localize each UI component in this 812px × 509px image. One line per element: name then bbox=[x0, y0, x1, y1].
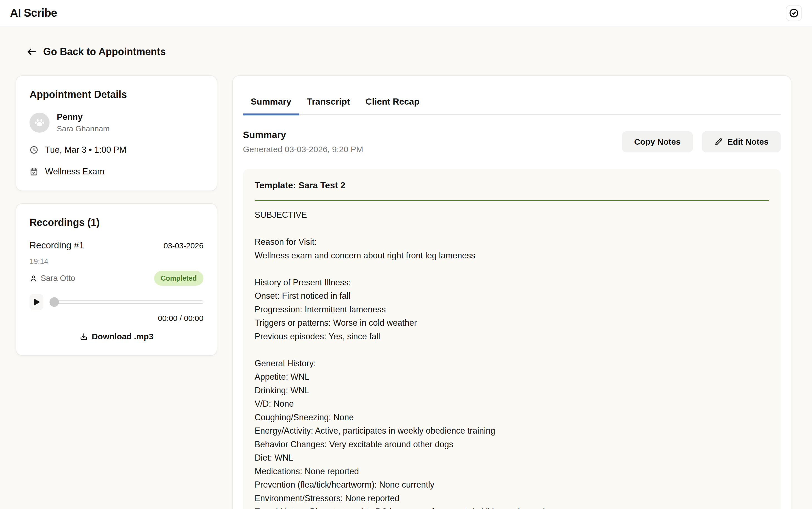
note-template-box: Template: Sara Test 2 SUBJECTIVE Reason … bbox=[243, 169, 781, 509]
paw-icon bbox=[34, 117, 45, 128]
player-time: 00:00 / 00:00 bbox=[30, 314, 203, 323]
green-divider bbox=[255, 200, 769, 201]
back-to-appointments-link[interactable]: Go Back to Appointments bbox=[26, 46, 166, 58]
recorded-by: Sara Otto bbox=[30, 274, 75, 283]
summary-header: Summary Generated 03-03-2026, 9:20 PM Co… bbox=[243, 129, 781, 154]
clock-icon bbox=[30, 145, 38, 155]
copy-notes-label: Copy Notes bbox=[634, 137, 681, 146]
recordings-card: Recordings (1) Recording #1 03-03-2026 1… bbox=[15, 203, 217, 356]
edit-notes-label: Edit Notes bbox=[727, 137, 769, 146]
appointment-details-title: Appointment Details bbox=[30, 89, 203, 100]
copy-notes-button[interactable]: Copy Notes bbox=[622, 131, 693, 152]
appointment-details-card: Appointment Details Penny bbox=[15, 75, 217, 191]
app-title: AI Scribe bbox=[10, 7, 57, 19]
status-check-button[interactable] bbox=[786, 5, 802, 21]
audio-player bbox=[30, 294, 203, 310]
play-button[interactable] bbox=[30, 294, 43, 310]
recordings-title: Recordings (1) bbox=[30, 217, 203, 228]
avatar bbox=[30, 113, 50, 133]
circle-check-icon bbox=[789, 8, 799, 18]
arrow-left-icon bbox=[26, 46, 37, 57]
patient-row: Penny Sara Ghannam bbox=[30, 112, 203, 133]
recording-date: 03-03-2026 bbox=[164, 241, 203, 250]
download-mp3-link[interactable]: Download .mp3 bbox=[30, 332, 203, 341]
recording-name: Recording #1 bbox=[30, 240, 84, 250]
patient-identity: Penny Sara Ghannam bbox=[57, 112, 110, 133]
slider-thumb[interactable] bbox=[50, 297, 59, 307]
person-icon bbox=[30, 274, 37, 282]
appointment-type-row: Wellness Exam bbox=[30, 167, 203, 177]
summary-section-title: Summary bbox=[243, 129, 363, 140]
recording-item: Recording #1 03-03-2026 19:14 Sara Otto … bbox=[30, 240, 203, 341]
recorded-by-name: Sara Otto bbox=[41, 274, 75, 283]
pencil-icon bbox=[714, 137, 723, 146]
client-name: Sara Ghannam bbox=[57, 124, 110, 133]
slider-track bbox=[50, 300, 203, 304]
calendar-check-icon bbox=[30, 167, 38, 176]
notes-card: Summary Transcript Client Recap Summary … bbox=[232, 75, 791, 509]
download-label: Download .mp3 bbox=[92, 332, 154, 341]
summary-heading-block: Summary Generated 03-03-2026, 9:20 PM bbox=[243, 129, 363, 154]
tab-transcript[interactable]: Transcript bbox=[299, 91, 358, 115]
back-label: Go Back to Appointments bbox=[43, 46, 166, 58]
sidebar: Appointment Details Penny bbox=[15, 75, 217, 356]
summary-generated-timestamp: Generated 03-03-2026, 9:20 PM bbox=[243, 145, 363, 154]
appointment-datetime-row: Tue, Mar 3 • 1:00 PM bbox=[30, 145, 203, 155]
appointment-datetime: Tue, Mar 3 • 1:00 PM bbox=[45, 145, 126, 155]
recording-duration: 19:14 bbox=[30, 257, 203, 266]
appointment-type: Wellness Exam bbox=[45, 167, 104, 177]
notes-actions: Copy Notes Edit Notes bbox=[622, 131, 781, 152]
status-badge: Completed bbox=[154, 271, 203, 286]
tab-bar: Summary Transcript Client Recap bbox=[243, 91, 781, 115]
play-icon bbox=[34, 299, 40, 306]
tab-client-recap[interactable]: Client Recap bbox=[358, 91, 427, 115]
download-icon bbox=[79, 332, 88, 341]
edit-notes-button[interactable]: Edit Notes bbox=[702, 131, 781, 152]
tab-summary[interactable]: Summary bbox=[243, 91, 299, 115]
patient-name: Penny bbox=[57, 112, 110, 122]
template-title: Template: Sara Test 2 bbox=[255, 180, 769, 191]
top-bar: AI Scribe bbox=[0, 0, 812, 26]
audio-progress-slider[interactable] bbox=[50, 297, 203, 308]
note-body: SUBJECTIVE Reason for Visit: Wellness ex… bbox=[255, 208, 769, 509]
